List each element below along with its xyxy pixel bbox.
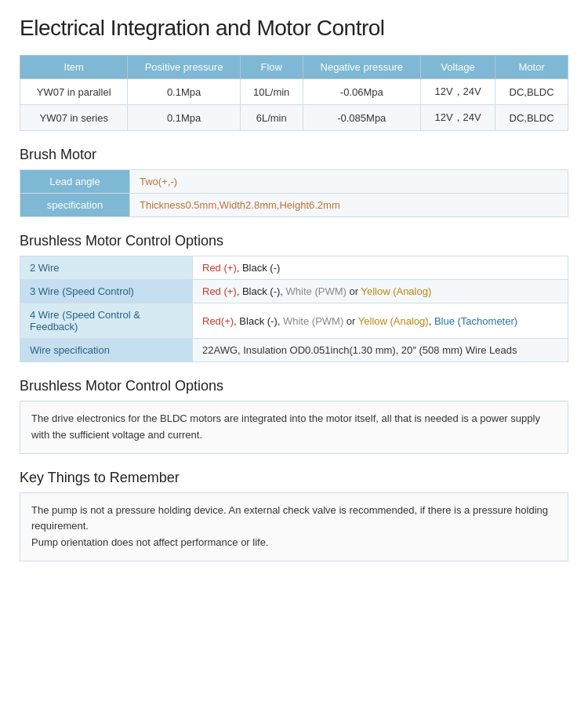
cell-pos-1: 0.1Mpa (128, 105, 240, 131)
bldc-label-1: 3 Wire (Speed Control) (20, 280, 193, 303)
page-title: Electrical Integration and Motor Control (20, 16, 568, 41)
cell-item-0: YW07 in parallel (20, 79, 128, 105)
table-row: Lead angle Two(+,-) (20, 170, 568, 194)
key-things-line-0: The pump is not a pressure holding devic… (31, 503, 557, 536)
cell-flow-1: 6L/min (240, 105, 303, 131)
cell-flow-0: 10L/min (240, 79, 303, 105)
brushless-description: The drive electronics for the BLDC motor… (31, 411, 557, 444)
cell-neg-0: -0.06Mpa (303, 79, 420, 105)
table-row: YW07 in series 0.1Mpa 6L/min -0.085Mpa 1… (20, 105, 568, 131)
table-row: Wire specification 22AWG, Insulation OD0… (20, 339, 568, 362)
yellow-text: Yellow (Analog) (361, 285, 431, 297)
main-electrical-table: Item Positive pressure Flow Negative pre… (20, 55, 568, 131)
brush-label-1: specification (20, 194, 130, 217)
black-text: Black (-) (242, 285, 280, 297)
bldc-value-3: 22AWG, Insulation OD0.051inch(1.30 mm), … (193, 339, 568, 362)
col-header-negative-pressure: Negative pressure (303, 56, 420, 79)
col-header-item: Item (20, 56, 128, 79)
table-row: 2 Wire Red (+), Black (-) (20, 256, 568, 280)
brush-motor-table: Lead angle Two(+,-) specification Thickn… (20, 169, 568, 217)
black-text: Black (-) (242, 262, 280, 274)
bldc-label-0: 2 Wire (20, 256, 193, 280)
key-things-title: Key Things to Remember (20, 470, 568, 486)
col-header-positive-pressure: Positive pressure (128, 56, 240, 79)
bldc-value-2: Red(+), Black (-), White (PWM) or Yellow… (193, 303, 568, 339)
table-row: 3 Wire (Speed Control) Red (+), Black (-… (20, 280, 568, 303)
cell-voltage-1: 12V，24V (420, 105, 495, 131)
cell-voltage-0: 12V，24V (420, 79, 495, 105)
cell-pos-0: 0.1Mpa (128, 79, 240, 105)
yellow-text: Yellow (Analog) (358, 315, 429, 327)
brush-value-0: Two(+,-) (130, 170, 568, 194)
brushless-options-title-2: Brushless Motor Control Options (20, 378, 568, 394)
brush-value-1: Thickness0.5mm,Width2.8mm,Height6.2mm (130, 194, 568, 217)
white-text: White (PWM) (283, 315, 343, 327)
red-text: Red(+) (202, 315, 234, 327)
cell-item-1: YW07 in series (20, 105, 128, 131)
white-text: White (PWM) (286, 285, 347, 297)
bldc-label-3: Wire specification (20, 339, 193, 362)
key-things-line-1: Pump orientation does not affect perform… (31, 535, 557, 551)
brushless-description-box: The drive electronics for the BLDC motor… (20, 401, 568, 454)
table-row: YW07 in parallel 0.1Mpa 10L/min -0.06Mpa… (20, 79, 568, 105)
bldc-value-0: Red (+), Black (-) (193, 256, 568, 280)
red-text: Red (+) (202, 285, 237, 297)
col-header-voltage: Voltage (420, 56, 495, 79)
brushless-options-title-1: Brushless Motor Control Options (20, 233, 568, 249)
table-row: specification Thickness0.5mm,Width2.8mm,… (20, 194, 568, 217)
blue-text: Blue (Tachometer) (434, 315, 517, 327)
cell-motor-0: DC,BLDC (495, 79, 568, 105)
brush-motor-title: Brush Motor (20, 147, 568, 163)
col-header-flow: Flow (240, 56, 303, 79)
col-header-motor: Motor (495, 56, 568, 79)
red-text: Red (+) (202, 262, 237, 274)
cell-motor-1: DC,BLDC (495, 105, 568, 131)
key-things-box: The pump is not a pressure holding devic… (20, 492, 568, 561)
brushless-options-table: 2 Wire Red (+), Black (-) 3 Wire (Speed … (20, 256, 568, 362)
bldc-value-1: Red (+), Black (-), White (PWM) or Yello… (193, 280, 568, 303)
brush-label-0: Lead angle (20, 170, 130, 194)
bldc-label-2: 4 Wire (Speed Control & Feedback) (20, 303, 193, 339)
black-text: Black (-) (239, 315, 277, 327)
table-row: 4 Wire (Speed Control & Feedback) Red(+)… (20, 303, 568, 339)
wire-spec-text: 22AWG, Insulation OD0.051inch(1.30 mm), … (202, 344, 517, 356)
cell-neg-1: -0.085Mpa (303, 105, 420, 131)
